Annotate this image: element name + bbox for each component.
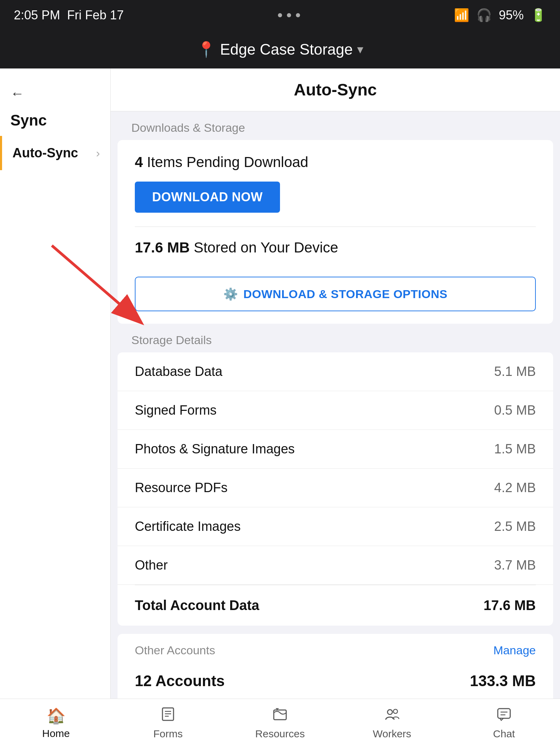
- date-display: Fri Feb 17: [67, 8, 124, 22]
- nav-item-resources[interactable]: Resources: [224, 701, 336, 745]
- pending-section: 4 Items Pending Download DOWNLOAD NOW: [118, 140, 553, 227]
- pending-title: 4 Items Pending Download: [135, 154, 536, 170]
- manage-link[interactable]: Manage: [493, 644, 536, 657]
- table-row: Database Data 5.1 MB: [118, 352, 553, 391]
- content-area: Auto-Sync Downloads & Storage 4 Items Pe…: [111, 68, 560, 699]
- table-row: Other 3.7 MB: [118, 546, 553, 585]
- accounts-size: 133.3 MB: [470, 672, 536, 690]
- dot-1: [278, 13, 282, 17]
- storage-value-database: 5.1 MB: [494, 364, 536, 379]
- time-display: 2:05 PM: [14, 8, 60, 22]
- storage-value-cert: 2.5 MB: [494, 519, 536, 534]
- bottom-nav: 🏠 Home Forms Resources: [0, 699, 560, 747]
- downloads-card: 4 Items Pending Download DOWNLOAD NOW 17…: [118, 140, 553, 324]
- storage-label-forms: Signed Forms: [135, 403, 217, 418]
- storage-label-pdfs: Resource PDFs: [135, 480, 227, 495]
- workers-label: Workers: [373, 728, 411, 740]
- download-now-button[interactable]: DOWNLOAD NOW: [135, 182, 280, 213]
- table-row: Resource PDFs 4.2 MB: [118, 469, 553, 507]
- sidebar-title: Sync: [0, 108, 110, 136]
- svg-point-9: [388, 710, 392, 714]
- back-button[interactable]: ←: [0, 79, 110, 108]
- storage-options-button[interactable]: ⚙️ DOWNLOAD & STORAGE OPTIONS: [135, 277, 536, 311]
- storage-label-other: Other: [135, 558, 168, 573]
- home-label: Home: [42, 728, 70, 739]
- nav-item-forms[interactable]: Forms: [112, 701, 224, 745]
- downloads-section-header: Downloads & Storage: [111, 111, 560, 140]
- chevron-down-icon[interactable]: ▾: [357, 42, 363, 57]
- chat-icon: [496, 707, 512, 725]
- table-row: Certificate Images 2.5 MB: [118, 507, 553, 546]
- pending-label: Items Pending Download: [147, 154, 308, 170]
- gear-icon: ⚙️: [223, 287, 238, 301]
- battery-icon: 🔋: [531, 8, 546, 22]
- pending-count: 4: [135, 154, 143, 170]
- storage-value-photos: 1.5 MB: [494, 442, 536, 456]
- storage-details-section-header: Storage Details: [111, 324, 560, 352]
- storage-label-photos: Photos & Signature Images: [135, 442, 295, 456]
- forms-icon: [160, 707, 176, 725]
- total-value: 17.6 MB: [484, 598, 536, 613]
- storage-details-card: Database Data 5.1 MB Signed Forms 0.5 MB…: [118, 352, 553, 626]
- header-title: Edge Case Storage: [220, 41, 353, 58]
- status-bar-center: [278, 13, 300, 17]
- header-title-container: 📍 Edge Case Storage ▾: [197, 40, 363, 58]
- status-bar-right: 📶 🎧 95% 🔋: [454, 8, 546, 22]
- storage-options-label: DOWNLOAD & STORAGE OPTIONS: [243, 287, 447, 301]
- other-accounts-header: Other Accounts Manage: [118, 634, 553, 663]
- stored-section: 17.6 MB Stored on Your Device: [118, 227, 553, 268]
- resources-label: Resources: [255, 728, 305, 740]
- dot-3: [296, 13, 300, 17]
- storage-value-forms: 0.5 MB: [494, 403, 536, 418]
- stored-label: Stored on Your Device: [194, 239, 338, 256]
- sidebar-item-autosync[interactable]: Auto-Sync ›: [0, 136, 110, 170]
- forms-label: Forms: [153, 728, 183, 740]
- resources-icon: [272, 707, 288, 725]
- svg-rect-11: [498, 709, 510, 718]
- workers-icon: [384, 707, 400, 725]
- chat-label: Chat: [493, 728, 515, 740]
- wifi-icon: 📶: [454, 8, 469, 22]
- storage-value-pdfs: 4.2 MB: [494, 480, 536, 495]
- status-bar: 2:05 PM Fri Feb 17 📶 🎧 95% 🔋: [0, 0, 560, 30]
- storage-label-database: Database Data: [135, 364, 223, 379]
- other-accounts-section-label: Other Accounts: [135, 644, 215, 657]
- dot-2: [287, 13, 291, 17]
- storage-label-cert: Certificate Images: [135, 519, 241, 534]
- accounts-count: 12 Accounts: [135, 672, 225, 690]
- location-pin-icon: 📍: [197, 40, 216, 58]
- app-header: 📍 Edge Case Storage ▾: [0, 30, 560, 68]
- battery-display: 95%: [499, 8, 524, 22]
- content-header: Auto-Sync: [111, 68, 560, 111]
- other-accounts-card: Other Accounts Manage 12 Accounts 133.3 …: [118, 634, 553, 699]
- total-row: Total Account Data 17.6 MB: [118, 585, 553, 626]
- home-icon: 🏠: [47, 707, 66, 725]
- status-bar-left: 2:05 PM Fri Feb 17: [14, 8, 124, 22]
- nav-item-home[interactable]: 🏠 Home: [0, 701, 112, 745]
- stored-size: 17.6 MB: [135, 239, 190, 256]
- accounts-row: 12 Accounts 133.3 MB: [118, 663, 553, 699]
- sidebar: ← Sync Auto-Sync ›: [0, 68, 111, 699]
- main-layout: ← Sync Auto-Sync › Auto-Sync Downloads &…: [0, 68, 560, 699]
- stored-text: 17.6 MB Stored on Your Device: [135, 239, 536, 256]
- content-title: Auto-Sync: [131, 80, 539, 99]
- headphone-icon: 🎧: [476, 8, 492, 22]
- table-row: Photos & Signature Images 1.5 MB: [118, 430, 553, 469]
- nav-item-chat[interactable]: Chat: [448, 701, 560, 745]
- total-label: Total Account Data: [135, 598, 259, 613]
- sidebar-chevron-icon: ›: [96, 146, 100, 160]
- svg-point-10: [393, 709, 398, 713]
- spacer: [111, 626, 560, 634]
- nav-item-workers[interactable]: Workers: [336, 701, 448, 745]
- storage-value-other: 3.7 MB: [494, 558, 536, 573]
- table-row: Signed Forms 0.5 MB: [118, 391, 553, 430]
- back-arrow-icon: ←: [10, 86, 24, 101]
- sidebar-item-label: Auto-Sync: [12, 146, 78, 160]
